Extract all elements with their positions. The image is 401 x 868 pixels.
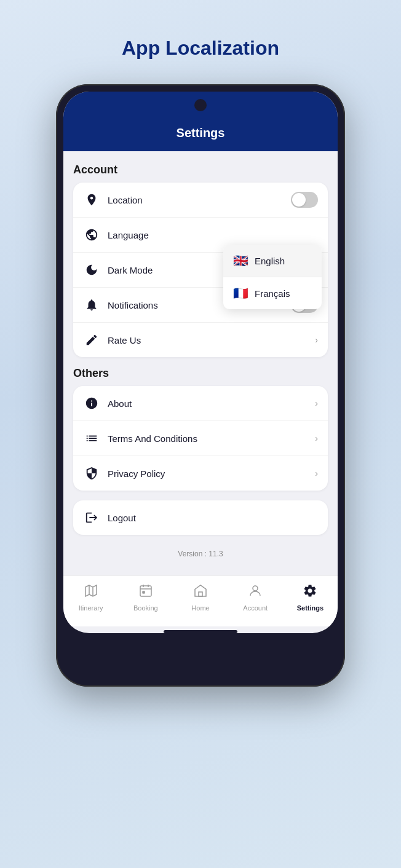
logout-label: Logout: [108, 513, 318, 523]
nav-item-account[interactable]: Account: [228, 581, 283, 614]
nav-label-settings: Settings: [297, 604, 324, 612]
svg-rect-7: [199, 592, 202, 596]
nav-item-booking[interactable]: Booking: [118, 581, 173, 614]
about-label: About: [108, 398, 315, 409]
terms-chevron: ›: [315, 433, 318, 443]
about-chevron: ›: [315, 398, 318, 408]
page-title: App Localization: [122, 37, 279, 60]
privacy-chevron: ›: [315, 468, 318, 478]
location-label: Location: [108, 195, 291, 205]
moon-icon: [83, 261, 100, 278]
account-card: Location Language: [73, 183, 328, 357]
nav-label-account: Account: [243, 604, 268, 612]
others-card: About › Terms And Conditions ›: [73, 386, 328, 491]
phone-frame: Settings Account Location: [56, 84, 345, 687]
logout-row[interactable]: Logout: [73, 500, 328, 535]
privacy-row[interactable]: Privacy Policy ›: [73, 456, 328, 491]
language-dropdown[interactable]: 🇬🇧 English 🇫🇷 Français: [223, 245, 322, 309]
francais-label: Français: [255, 288, 290, 299]
location-row[interactable]: Location: [73, 183, 328, 218]
pencil-icon: [83, 331, 100, 349]
version-text: Version : 11.3: [73, 545, 328, 566]
rate-us-row[interactable]: Rate Us ›: [73, 323, 328, 357]
terms-row[interactable]: Terms And Conditions ›: [73, 421, 328, 456]
status-bar: [63, 92, 338, 119]
phone-header: Settings: [63, 119, 338, 151]
rate-us-label: Rate Us: [108, 335, 315, 345]
english-flag: 🇬🇧: [233, 253, 248, 268]
logout-card: Logout: [73, 500, 328, 535]
language-option-english[interactable]: 🇬🇧 English: [223, 245, 322, 277]
nav-label-itinerary: Itinerary: [79, 604, 103, 612]
rate-us-chevron: ›: [315, 335, 318, 345]
bottom-nav: Itinerary Booking: [63, 575, 338, 626]
phone-inner: Settings Account Location: [63, 92, 338, 633]
header-title: Settings: [177, 126, 225, 140]
terms-label: Terms And Conditions: [108, 433, 315, 444]
account-section-label: Account: [73, 164, 328, 176]
gear-icon: [303, 583, 317, 602]
shield-icon: [83, 465, 100, 482]
location-toggle[interactable]: [291, 192, 318, 208]
nav-label-booking: Booking: [133, 604, 158, 612]
nav-item-itinerary[interactable]: Itinerary: [63, 581, 118, 614]
info-icon: [83, 395, 100, 412]
globe-icon: [83, 226, 100, 243]
nav-label-home: Home: [191, 604, 209, 612]
svg-rect-6: [143, 591, 145, 593]
home-indicator: [164, 630, 237, 633]
svg-rect-2: [140, 586, 151, 596]
nav-item-settings[interactable]: Settings: [283, 581, 338, 614]
calendar-icon: [138, 583, 153, 602]
language-row[interactable]: Language 🇬🇧 English 🇫🇷 Français: [73, 218, 328, 253]
language-label: Language: [108, 230, 318, 240]
phone-notch: [194, 99, 207, 111]
location-pin-icon: [83, 191, 100, 208]
svg-point-8: [253, 586, 258, 591]
nav-item-home[interactable]: Home: [173, 581, 228, 614]
house-icon: [193, 583, 208, 602]
english-label: English: [255, 256, 285, 266]
privacy-label: Privacy Policy: [108, 468, 315, 479]
list-icon: [83, 430, 100, 447]
language-option-francais[interactable]: 🇫🇷 Français: [223, 277, 322, 309]
map-icon: [84, 583, 98, 602]
logout-icon: [83, 509, 100, 526]
francais-flag: 🇫🇷: [233, 286, 248, 301]
phone-content: Account Location: [63, 151, 338, 575]
others-section-label: Others: [73, 367, 328, 380]
bell-icon: [83, 296, 100, 314]
person-icon: [248, 583, 263, 602]
about-row[interactable]: About ›: [73, 386, 328, 421]
